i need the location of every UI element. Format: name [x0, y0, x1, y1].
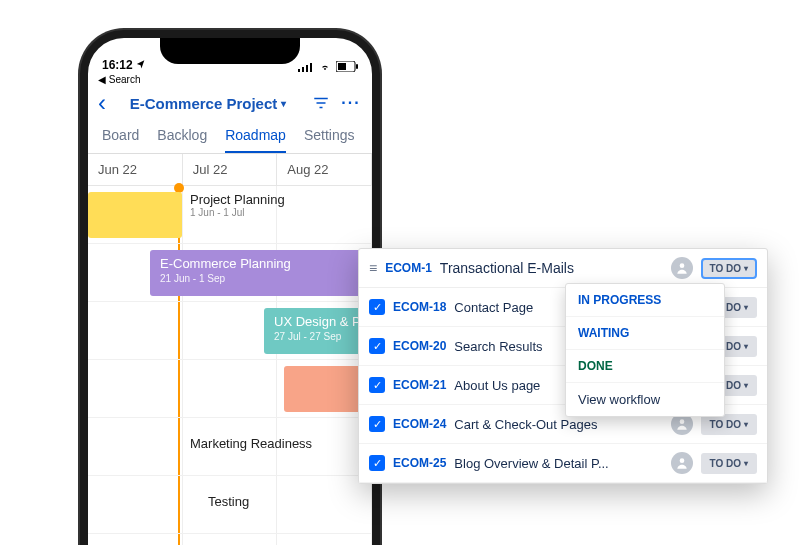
epic-title: Project Planning — [190, 192, 285, 207]
epic-dates: 1 Jun - 1 Jul — [190, 207, 285, 218]
signal-icon — [298, 62, 314, 72]
svg-rect-6 — [356, 64, 358, 69]
svg-rect-3 — [310, 63, 312, 72]
wifi-icon — [318, 62, 332, 72]
nav-row: ‹ E-Commerce Project ▾ ··· — [88, 85, 372, 121]
phone-notch — [160, 38, 300, 64]
svg-rect-0 — [298, 69, 300, 72]
project-title: E-Commerce Project — [130, 95, 278, 112]
chevron-down-icon: ▾ — [744, 420, 748, 429]
epic-title: Marketing Readiness — [190, 436, 312, 451]
chevron-down-icon: ▾ — [744, 381, 748, 390]
back-button[interactable]: ‹ — [98, 91, 106, 115]
tab-roadmap[interactable]: Roadmap — [225, 127, 286, 153]
chevron-down-icon: ▾ — [744, 303, 748, 312]
svg-point-10 — [679, 263, 684, 268]
status-option-done[interactable]: DONE — [566, 350, 724, 383]
epic-bar[interactable]: E-Commerce Planning 21 Jun - 1 Sep — [150, 250, 370, 296]
tab-settings[interactable]: Settings — [304, 127, 355, 153]
timeline-body[interactable]: Project Planning 1 Jun - 1 Jul E-Commerc… — [88, 186, 372, 545]
month-col: Jul 22 — [183, 154, 278, 185]
task-type-icon: ✓ — [369, 455, 385, 471]
location-arrow-icon — [136, 58, 146, 72]
back-to-search[interactable]: ◀ Search — [88, 74, 372, 85]
svg-point-15 — [679, 458, 684, 463]
epic-row[interactable] — [88, 360, 372, 418]
project-selector[interactable]: E-Commerce Project ▾ — [114, 95, 302, 112]
issue-key[interactable]: ECOM-24 — [393, 417, 446, 431]
view-workflow-link[interactable]: View workflow — [566, 383, 724, 416]
epic-row[interactable]: E-Commerce Planning 21 Jun - 1 Sep — [88, 244, 372, 302]
chevron-down-icon: ▾ — [744, 459, 748, 468]
drag-handle-icon[interactable]: ≡ — [369, 260, 377, 276]
status-time: 16:12 — [102, 58, 133, 72]
month-col: Jun 22 — [88, 154, 183, 185]
tabs: Board Backlog Roadmap Settings — [88, 121, 372, 154]
epic-row[interactable]: UX Design & Prototyping 27 Jul - 27 Sep — [88, 302, 372, 360]
issue-key[interactable]: ECOM-1 — [385, 261, 432, 275]
more-icon[interactable]: ··· — [340, 94, 362, 112]
chevron-down-icon: ▾ — [744, 264, 748, 273]
svg-rect-5 — [338, 63, 346, 70]
epic-row[interactable]: Project Planning 1 Jun - 1 Jul — [88, 186, 372, 244]
tab-board[interactable]: Board — [102, 127, 139, 153]
status-dropdown-menu: IN PROGRESS WAITING DONE View workflow — [565, 283, 725, 417]
epic-bar[interactable] — [88, 192, 182, 238]
status-option-in-progress[interactable]: IN PROGRESS — [566, 284, 724, 317]
filter-icon[interactable] — [310, 94, 332, 112]
tab-backlog[interactable]: Backlog — [157, 127, 207, 153]
battery-icon — [336, 61, 358, 72]
issue-title[interactable]: Transactional E-Mails — [440, 260, 663, 276]
child-issue-row[interactable]: ✓ ECOM-25 Blog Overview & Detail P... TO… — [359, 444, 767, 483]
issue-key[interactable]: ECOM-25 — [393, 456, 446, 470]
svg-point-14 — [679, 419, 684, 424]
svg-rect-1 — [302, 67, 304, 72]
task-type-icon: ✓ — [369, 299, 385, 315]
task-type-icon: ✓ — [369, 416, 385, 432]
issue-key[interactable]: ECOM-20 — [393, 339, 446, 353]
epic-row[interactable]: Marketing Readiness — [88, 418, 372, 476]
status-dropdown[interactable]: TO DO ▾ — [701, 258, 757, 279]
month-col: Aug 22 — [277, 154, 372, 185]
issue-title: Cart & Check-Out Pages — [454, 417, 662, 432]
status-dropdown[interactable]: TO DO▾ — [701, 453, 757, 474]
chevron-down-icon: ▾ — [744, 342, 748, 351]
issue-title: Blog Overview & Detail P... — [454, 456, 662, 471]
issue-panel: ≡ ECOM-1 Transactional E-Mails TO DO ▾ ✓… — [358, 248, 768, 484]
epic-title: Testing — [208, 494, 249, 509]
epic-row[interactable]: Testing — [88, 476, 372, 534]
avatar[interactable] — [671, 452, 693, 474]
epic-dates: 21 Jun - 1 Sep — [160, 273, 360, 284]
epic-title: E-Commerce Planning — [160, 256, 360, 271]
issue-key[interactable]: ECOM-21 — [393, 378, 446, 392]
issue-key[interactable]: ECOM-18 — [393, 300, 446, 314]
svg-rect-2 — [306, 65, 308, 72]
timeline-header: Jun 22 Jul 22 Aug 22 — [88, 154, 372, 186]
task-type-icon: ✓ — [369, 377, 385, 393]
task-type-icon: ✓ — [369, 338, 385, 354]
phone-frame: 16:12 ◀ Search ‹ E-Commerce Project ▾ — [80, 30, 380, 545]
chevron-down-icon: ▾ — [281, 98, 286, 109]
avatar[interactable] — [671, 257, 693, 279]
status-option-waiting[interactable]: WAITING — [566, 317, 724, 350]
